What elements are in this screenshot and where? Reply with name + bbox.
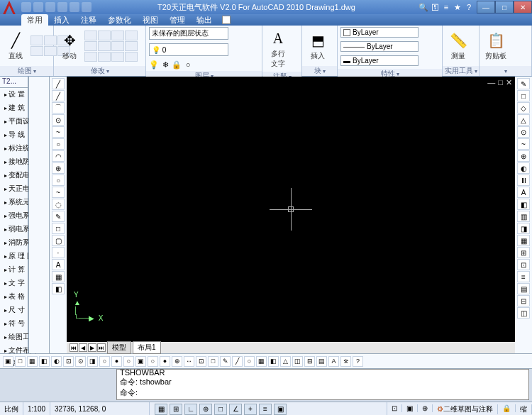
osnap-toggle[interactable]: □	[214, 404, 227, 415]
tool-icon[interactable]: ~	[517, 138, 530, 150]
help-icon[interactable]: ?	[464, 2, 474, 12]
sidebar-item[interactable]: 表 格	[0, 290, 28, 304]
sidebar-item[interactable]: 符 号	[0, 317, 28, 331]
mtext-button[interactable]: A多行 文字	[265, 27, 291, 70]
tool-icon[interactable]: ○	[52, 175, 65, 186]
polar-toggle[interactable]: ⊕	[199, 404, 212, 415]
sidebar-item[interactable]: 文 字	[0, 277, 28, 290]
tool-icon[interactable]: ✎	[52, 211, 65, 222]
tool-icon[interactable]: Ⅲ	[517, 175, 530, 186]
grid-toggle[interactable]: ⊞	[170, 404, 182, 415]
sidebar-item[interactable]: 计 算	[0, 263, 28, 277]
doc-close-icon[interactable]: ✕	[506, 78, 512, 87]
tab-nav-last-icon[interactable]: ⏭	[97, 343, 106, 352]
app-logo-icon[interactable]	[1, 0, 17, 14]
scale-value[interactable]: 1:100	[23, 402, 50, 415]
tool-icon[interactable]: ⊞	[517, 247, 530, 258]
tool-icon[interactable]: A	[52, 259, 65, 270]
lineweight-combo[interactable]: ▬ByLayer	[340, 55, 419, 66]
tool-icon[interactable]: ▦	[52, 271, 65, 282]
nav-icon[interactable]: ≡	[441, 2, 451, 12]
modify-tool-icon[interactable]	[111, 41, 124, 51]
layer-state-combo[interactable]: 未保存的图层状态	[149, 27, 228, 40]
sidebar-item[interactable]: 尺 寸	[0, 304, 28, 317]
tool-icon[interactable]: ◨	[517, 223, 530, 234]
modify-tool-icon[interactable]	[125, 31, 138, 40]
search-icon[interactable]: 🔍	[419, 2, 428, 12]
tool-icon[interactable]: ◌	[52, 199, 65, 210]
tool-icon[interactable]: ·	[52, 247, 65, 258]
tool-icon[interactable]: ⊙	[75, 356, 86, 367]
modify-tool-icon[interactable]	[125, 41, 138, 51]
tool-icon[interactable]: ▢	[52, 235, 65, 246]
tool-icon[interactable]: ◐	[517, 162, 530, 174]
tool-icon[interactable]: ⊟	[517, 295, 530, 306]
tab-nav-next-icon[interactable]: ▶	[88, 343, 96, 352]
sidebar-item[interactable]: 原 理 图	[0, 250, 28, 263]
ortho-toggle[interactable]: ∟	[184, 404, 197, 415]
tool-icon[interactable]: ◧	[268, 356, 279, 367]
paste-button[interactable]: 📋剪贴板	[482, 29, 509, 62]
model-tab[interactable]: 模型	[107, 341, 131, 354]
layer-tool-icon[interactable]: 🔒	[172, 60, 182, 70]
tool-icon[interactable]: △	[280, 356, 291, 367]
draw-tool-icon[interactable]	[31, 35, 43, 45]
qat-print-icon[interactable]	[82, 2, 92, 12]
tool-icon[interactable]: △	[517, 114, 530, 126]
doc-minimize-icon[interactable]: —	[487, 78, 495, 87]
canvas[interactable]: — □ ✕ Y▲│└──▶ X	[67, 77, 515, 342]
close-button[interactable]: ✕	[514, 1, 532, 13]
command-line[interactable]: TSHOWBAR 命令: tshowbar 命令:	[116, 369, 529, 400]
modify-tool-icon[interactable]	[84, 41, 97, 51]
tool-icon[interactable]: ⊙	[517, 126, 530, 138]
tool-icon[interactable]: ▦	[517, 235, 530, 246]
status-tool[interactable]: ⊡	[387, 404, 402, 412]
tool-icon[interactable]: ◫	[292, 356, 303, 367]
minimize-button[interactable]: —	[477, 1, 495, 13]
tool-icon[interactable]: ◧	[39, 356, 50, 367]
insert-button[interactable]: ⬒插入	[305, 29, 331, 62]
sidebar-item[interactable]: 系统元件	[0, 196, 28, 209]
sidebar-item[interactable]: 弱电系统	[0, 223, 28, 236]
tool-icon[interactable]: ?	[353, 356, 363, 367]
tool-icon[interactable]: ↔	[184, 356, 194, 367]
qat-undo-icon[interactable]	[57, 2, 67, 12]
tool-icon[interactable]: ⊕	[172, 356, 182, 367]
dyn-toggle[interactable]: +	[244, 404, 257, 415]
qat-open-icon[interactable]	[33, 2, 43, 12]
panel-label[interactable]: 实用工具	[443, 66, 479, 76]
tool-icon[interactable]: ≡	[517, 271, 530, 282]
tab-parametric[interactable]: 参数化	[102, 14, 137, 26]
layer-tool-icon[interactable]: ○	[183, 60, 193, 70]
tab-home[interactable]: 常用	[21, 14, 48, 26]
key-icon[interactable]: ⚿	[430, 2, 440, 12]
tool-icon[interactable]: □	[517, 90, 530, 101]
tool-icon[interactable]: ○	[99, 356, 110, 367]
tab-annotate[interactable]: 注释	[75, 14, 102, 26]
tool-icon[interactable]: ⊡	[517, 259, 530, 270]
tab-view[interactable]: 视图	[137, 14, 164, 26]
tool-icon[interactable]: ○	[123, 356, 134, 367]
qat-save-icon[interactable]	[45, 2, 55, 12]
tab-nav-prev-icon[interactable]: ◀	[79, 343, 87, 352]
tool-icon[interactable]: ※	[340, 356, 351, 367]
star-icon[interactable]: ★	[453, 2, 462, 12]
sidebar-item[interactable]: 设 置	[0, 88, 28, 101]
tool-icon[interactable]: ╱	[232, 356, 243, 367]
modify-tool-icon[interactable]	[98, 52, 111, 62]
status-tool[interactable]: ⊕	[418, 404, 433, 412]
tool-icon[interactable]: ✎	[220, 356, 231, 367]
tool-icon[interactable]: ▣	[135, 356, 146, 367]
move-button[interactable]: ✥移动	[57, 29, 82, 62]
tool-icon[interactable]: ○	[148, 356, 158, 367]
sidebar-item[interactable]: 标注统计	[0, 142, 28, 155]
zoom-label[interactable]: 缩	[516, 404, 532, 414]
tool-icon[interactable]: ▦	[27, 356, 38, 367]
tool-icon[interactable]: ╱	[52, 90, 65, 101]
tool-icon[interactable]: ▦	[256, 356, 267, 367]
tool-icon[interactable]: ⊡	[196, 356, 206, 367]
tool-icon[interactable]: ⊡	[63, 356, 74, 367]
tool-icon[interactable]: ◠	[52, 150, 65, 162]
maximize-button[interactable]: □	[495, 1, 514, 13]
tool-icon[interactable]: ▤	[316, 356, 327, 367]
